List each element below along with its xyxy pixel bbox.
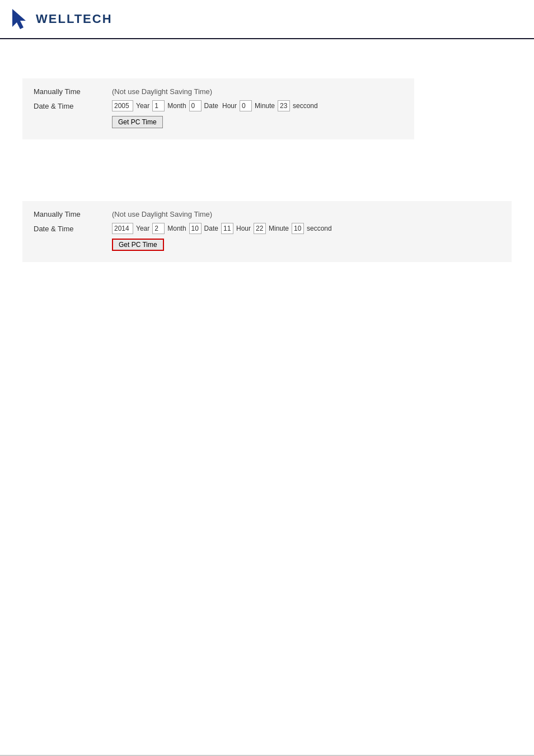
section2-get-pc-time-button[interactable]: Get PC Time [112, 239, 164, 251]
section2-date-input[interactable] [189, 223, 202, 234]
section2-hour-label: Hour [236, 225, 251, 232]
section1-subtitle: (Not use Daylight Saving Time) [112, 87, 212, 96]
section1-date-input[interactable] [189, 100, 202, 111]
main-content: Manually Time (Not use Daylight Saving T… [0, 39, 534, 307]
section-row-2-title: Manually Time (Not use Daylight Saving T… [34, 210, 500, 218]
section-row-1-title: Manually Time (Not use Daylight Saving T… [34, 87, 403, 96]
section2-minute-label: Minute [269, 225, 289, 232]
section2-date2-input[interactable] [221, 223, 233, 234]
section1-datetime-fields: Year Month Date Hour Minute seccond [112, 100, 319, 111]
section2-year-input[interactable] [112, 223, 133, 234]
section1-second-label: seccond [293, 102, 318, 110]
section2-date-label: Date [204, 225, 218, 232]
section1-month-label: Month [167, 102, 186, 110]
sections-container: Manually Time (Not use Daylight Saving T… [22, 78, 512, 262]
section1-minute-label: Minute [255, 102, 275, 110]
section-block-2: Manually Time (Not use Daylight Saving T… [22, 201, 512, 262]
section2-month-input[interactable] [152, 223, 165, 234]
section1-month-input[interactable] [152, 100, 165, 111]
section1-year-input[interactable] [112, 100, 133, 111]
section2-button-row: Get PC Time [34, 239, 500, 251]
logo-text: WELLTECH [36, 12, 113, 26]
section1-hour-input[interactable] [240, 100, 252, 111]
header: WELLTECH [0, 0, 534, 39]
section1-minute-input[interactable] [278, 100, 290, 111]
section1-get-pc-time-button[interactable]: Get PC Time [112, 116, 163, 128]
section-row-2-datetime: Date & Time Year Month Date Hour Minute … [34, 223, 500, 234]
section1-button-row: Get PC Time [34, 116, 403, 128]
section2-minute-input[interactable] [292, 223, 304, 234]
logo-container: WELLTECH [9, 7, 113, 31]
section-block-1: Manually Time (Not use Daylight Saving T… [22, 78, 414, 139]
section1-date-label: Date [204, 102, 218, 110]
section2-subtitle: (Not use Daylight Saving Time) [112, 210, 212, 218]
section2-second-label: seccond [307, 225, 332, 232]
section1-datetime-label: Date & Time [34, 102, 112, 110]
section1-year-label: Year [136, 102, 149, 110]
svg-marker-0 [12, 9, 26, 29]
logo-icon [9, 7, 34, 31]
section1-hour-label: Hour [222, 102, 237, 110]
section1-manually-time-label: Manually Time [34, 87, 112, 96]
section-row-1-datetime: Date & Time Year Month Date Hour Minute … [34, 100, 403, 111]
section2-manually-time-label: Manually Time [34, 210, 112, 218]
section2-datetime-fields: Year Month Date Hour Minute seccond [112, 223, 333, 234]
section2-hour-input[interactable] [254, 223, 266, 234]
section2-datetime-label: Date & Time [34, 225, 112, 233]
section2-year-label: Year [136, 225, 149, 232]
section2-month-label: Month [167, 225, 186, 232]
